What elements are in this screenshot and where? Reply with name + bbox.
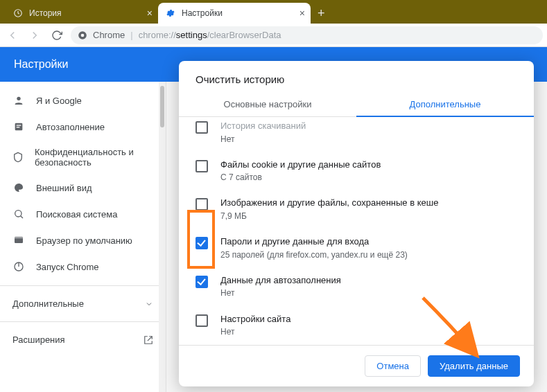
- new-tab-button[interactable]: +: [311, 3, 332, 24]
- power-icon: [12, 260, 25, 273]
- sidebar-item-default-browser[interactable]: Браузер по умолчанию: [0, 227, 166, 253]
- back-button[interactable]: [4, 27, 21, 44]
- option-passwords[interactable]: Пароли и другие данные для входа25 парол…: [196, 229, 517, 267]
- svg-point-4: [17, 97, 20, 100]
- forward-button[interactable]: [26, 27, 43, 44]
- close-icon[interactable]: ×: [299, 8, 305, 19]
- chevron-down-icon: [145, 300, 153, 308]
- omnibox-chrome-label: Chrome: [93, 30, 125, 40]
- option-cookies[interactable]: Файлы cookie и другие данные сайтовС 7 с…: [196, 152, 517, 190]
- autofill-icon: [12, 121, 25, 133]
- settings-header-title: Настройки: [14, 58, 68, 71]
- svg-rect-6: [17, 125, 21, 125]
- svg-point-3: [81, 33, 85, 37]
- clear-browsing-data-dialog: Очистить историю Основные настройки Допо…: [179, 61, 534, 386]
- tab-history-label: История: [29, 8, 62, 18]
- sidebar-item-appearance[interactable]: Внешний вид: [0, 175, 166, 201]
- sidebar-scrollbar[interactable]: [159, 82, 166, 392]
- sidebar-advanced[interactable]: Дополнительные: [0, 292, 166, 316]
- tab-settings[interactable]: Настройки ×: [158, 3, 311, 24]
- browser-icon: [12, 234, 25, 247]
- dialog-body: История скачиванийНет Файлы cookie и дру…: [179, 117, 534, 345]
- dialog-footer: Отмена Удалить данные: [179, 345, 534, 386]
- tab-history[interactable]: История ×: [6, 3, 158, 24]
- option-autofill-data[interactable]: Данные для автозаполненияНет: [196, 267, 517, 306]
- omnibox[interactable]: Chrome | chrome://settings/clearBrowserD…: [71, 26, 543, 44]
- clear-data-button[interactable]: Удалить данные: [428, 355, 520, 377]
- chrome-icon: [78, 30, 87, 40]
- reload-button[interactable]: [49, 27, 65, 44]
- checkbox[interactable]: [196, 237, 208, 249]
- cancel-button[interactable]: Отмена: [365, 355, 421, 377]
- option-cached-files[interactable]: Изображения и другие файлы, сохраненные …: [196, 190, 517, 229]
- browser-toolbar: Chrome | chrome://settings/clearBrowserD…: [0, 24, 547, 47]
- checkbox[interactable]: [196, 121, 208, 134]
- external-link-icon: [144, 335, 153, 345]
- tab-strip: История × Настройки × +: [0, 0, 547, 24]
- svg-rect-10: [15, 237, 23, 239]
- settings-sidebar: Я и Google Автозаполнение Конфиденциальн…: [0, 82, 166, 392]
- close-icon[interactable]: ×: [147, 8, 153, 19]
- sidebar-extensions[interactable]: Расширения: [0, 328, 166, 352]
- omnibox-url: chrome://settings/clearBrowserData: [139, 30, 281, 40]
- tab-basic[interactable]: Основные настройки: [179, 92, 356, 116]
- palette-icon: [12, 181, 25, 194]
- option-download-history[interactable]: История скачиванийНет: [196, 120, 517, 152]
- sidebar-item-search[interactable]: Поисковая система: [0, 201, 166, 227]
- svg-point-8: [15, 211, 21, 217]
- sidebar-item-privacy[interactable]: Конфиденциальность и безопасность: [0, 140, 166, 175]
- shield-icon: [12, 151, 24, 163]
- sidebar-item-autofill[interactable]: Автозаполнение: [0, 114, 166, 140]
- dialog-tabs: Основные настройки Дополнительные: [179, 92, 534, 117]
- sidebar-item-me-and-google[interactable]: Я и Google: [0, 87, 166, 114]
- person-icon: [12, 94, 25, 107]
- checkbox[interactable]: [196, 160, 208, 172]
- checkbox[interactable]: [196, 198, 208, 211]
- svg-rect-7: [17, 127, 20, 127]
- sidebar-item-startup[interactable]: Запуск Chrome: [0, 253, 166, 280]
- settings-favicon: [165, 8, 176, 19]
- tab-settings-label: Настройки: [182, 8, 223, 18]
- history-favicon: [12, 8, 24, 19]
- checkbox[interactable]: [196, 314, 208, 327]
- tab-advanced[interactable]: Дополнительные: [356, 92, 534, 116]
- checkbox[interactable]: [196, 276, 208, 288]
- dialog-title: Очистить историю: [179, 61, 534, 92]
- option-site-settings[interactable]: Настройки сайтаНет: [196, 306, 517, 345]
- search-icon: [12, 208, 25, 220]
